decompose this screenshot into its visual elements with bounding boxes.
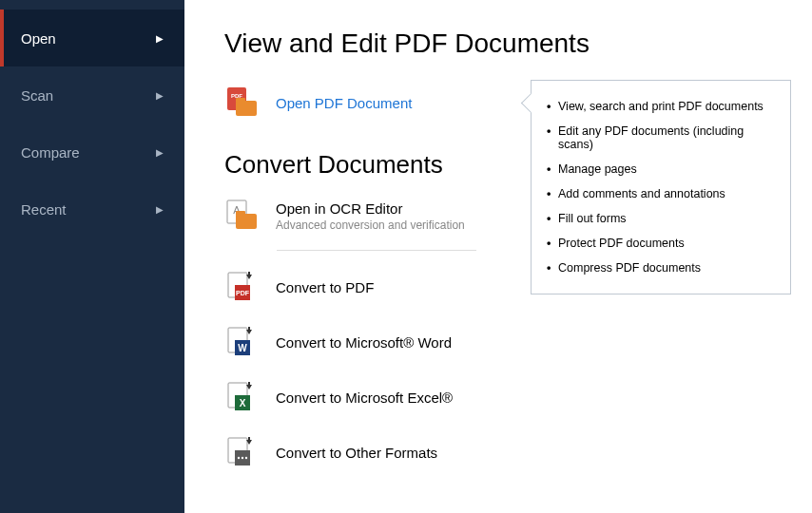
sidebar-item-label: Scan — [21, 87, 53, 104]
ocr-editor-title: Open in OCR Editor — [276, 200, 465, 217]
open-pdf-label: Open PDF Document — [276, 95, 412, 111]
sidebar-item-compare[interactable]: Compare ▶ — [0, 124, 184, 180]
pdf-folder-icon: PDF — [224, 86, 259, 120]
info-item: Manage pages — [547, 157, 775, 181]
info-item: Compress PDF documents — [547, 256, 775, 280]
svg-rect-3 — [236, 98, 245, 103]
convert-pdf-label: Convert to PDF — [276, 279, 374, 295]
convert-other-label: Convert to Other Formats — [276, 445, 437, 461]
convert-word-icon: W — [224, 325, 259, 359]
section-heading-view-edit: View and Edit PDF Documents — [224, 28, 774, 59]
sidebar-item-open[interactable]: Open ▶ — [0, 10, 184, 66]
sidebar-item-scan[interactable]: Scan ▶ — [0, 66, 184, 124]
convert-to-other-button[interactable]: Convert to Other Formats — [224, 429, 774, 475]
divider — [277, 250, 476, 251]
ocr-folder-icon: A — [224, 199, 259, 233]
chevron-right-icon: ▶ — [156, 147, 164, 158]
ocr-editor-sub: Advanced conversion and verification — [276, 218, 465, 232]
convert-other-icon — [224, 435, 259, 469]
svg-point-29 — [245, 457, 247, 459]
info-item: Fill out forms — [547, 206, 775, 231]
info-item: Edit any PDF documents (including scans) — [547, 119, 775, 157]
svg-text:W: W — [238, 343, 247, 353]
svg-text:PDF: PDF — [236, 290, 250, 296]
info-list: View, search and print PDF documents Edi… — [547, 94, 775, 280]
chevron-right-icon: ▶ — [156, 33, 164, 44]
sidebar-item-label: Open — [21, 30, 56, 47]
info-item: Add comments and annotations — [547, 181, 775, 206]
svg-rect-6 — [236, 214, 257, 229]
ocr-editor-text: Open in OCR Editor Advanced conversion a… — [276, 200, 465, 232]
sidebar-item-label: Compare — [21, 144, 80, 161]
convert-to-word-button[interactable]: W Convert to Microsoft® Word — [224, 319, 774, 365]
convert-excel-label: Convert to Microsoft Excel® — [276, 390, 453, 406]
svg-point-27 — [238, 457, 240, 459]
app-root: Open ▶ Scan ▶ Compare ▶ Recent ▶ View an… — [0, 0, 812, 513]
svg-text:X: X — [240, 398, 246, 408]
sidebar-item-recent[interactable]: Recent ▶ — [0, 180, 184, 238]
convert-word-label: Convert to Microsoft® Word — [276, 334, 452, 351]
info-tooltip: View, search and print PDF documents Edi… — [531, 80, 791, 294]
svg-point-28 — [242, 457, 243, 459]
convert-to-excel-button[interactable]: X Convert to Microsoft Excel® — [224, 374, 774, 420]
convert-list: PDF Convert to PDF W Convert to Microsof… — [224, 264, 774, 475]
chevron-right-icon: ▶ — [156, 204, 164, 215]
convert-pdf-icon: PDF — [224, 270, 259, 304]
info-item: View, search and print PDF documents — [547, 94, 775, 119]
sidebar-item-label: Recent — [21, 201, 67, 218]
svg-rect-2 — [236, 101, 257, 116]
svg-rect-7 — [236, 211, 245, 216]
convert-excel-icon: X — [224, 380, 259, 414]
sidebar: Open ▶ Scan ▶ Compare ▶ Recent ▶ — [0, 0, 184, 513]
info-item: Protect PDF documents — [547, 231, 775, 256]
main-panel: View and Edit PDF Documents PDF Open PDF… — [184, 0, 812, 513]
chevron-right-icon: ▶ — [156, 90, 164, 101]
